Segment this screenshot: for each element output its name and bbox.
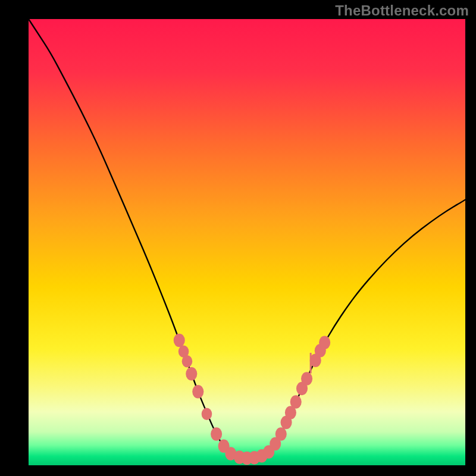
data-marker: [182, 355, 193, 368]
data-marker: [202, 408, 212, 420]
chart-container: TheBottleneck.com: [0, 0, 476, 476]
data-marker: [186, 367, 197, 380]
plot-background: [29, 19, 465, 465]
data-marker: [275, 427, 287, 440]
data-marker: [174, 334, 185, 347]
data-marker: [319, 336, 330, 349]
data-marker: [301, 372, 312, 385]
chart-svg: [0, 0, 476, 476]
data-marker: [290, 395, 302, 408]
data-marker: [192, 385, 203, 398]
watermark-text: TheBottleneck.com: [335, 2, 469, 19]
data-marker: [211, 427, 222, 440]
